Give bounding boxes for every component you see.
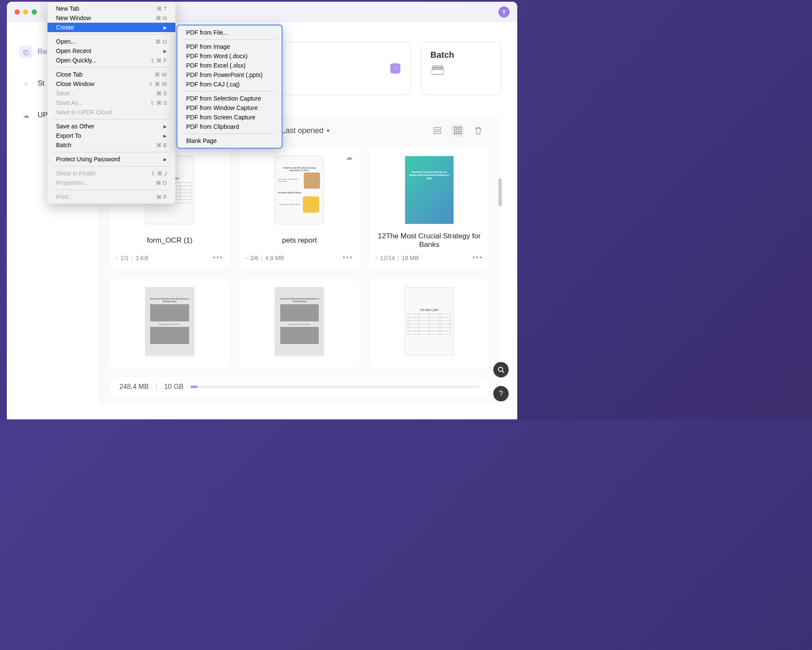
menu-item-protect-using-password[interactable]: Protect Using Password▶ [47, 154, 175, 164]
menu-item-create[interactable]: Create▶ [47, 23, 175, 32]
view-grid-button[interactable] [451, 124, 464, 137]
search-fab[interactable] [493, 362, 509, 377]
submenu-item-pdf-from-word-docx[interactable]: PDF from Word (.docx) [178, 51, 282, 61]
sidebar-label: Re [38, 47, 47, 56]
menu-item-label: Create [56, 24, 74, 31]
submenu-item-pdf-from-file[interactable]: PDF from File... [178, 28, 282, 37]
submenu-item-pdf-from-clipboard[interactable]: PDF from Clipboard [178, 122, 282, 131]
expand-button[interactable]: › [390, 63, 400, 74]
more-button[interactable]: ••• [213, 253, 223, 262]
batch-card[interactable]: Batch [421, 42, 501, 95]
menu-item-close-window[interactable]: Close Window⇧ ⌘ W [47, 79, 175, 89]
more-button[interactable]: ••• [472, 253, 483, 262]
menu-item-label: PDF from Screen Capture [186, 114, 255, 121]
sort-label-text: Last opened [281, 126, 323, 135]
menu-separator [53, 152, 170, 152]
page-icon: ▫ [376, 255, 377, 261]
more-button[interactable]: ••• [343, 253, 353, 262]
menu-item-label: PDF from Window Capture [186, 104, 258, 111]
close-window-button[interactable] [15, 9, 20, 15]
help-fab[interactable]: ? [493, 386, 509, 401]
menu-item-export-to[interactable]: Export To▶ [47, 131, 175, 140]
scrollbar-thumb[interactable] [498, 178, 502, 206]
menu-separator [53, 190, 170, 190]
menu-shortcut: ⌘ P [156, 194, 167, 200]
menu-item-label: PDF from File... [186, 29, 228, 36]
user-avatar[interactable]: T [498, 6, 510, 18]
menu-shortcut: ⌘ S [156, 90, 167, 97]
menu-item-new-tab[interactable]: New Tab⌘ T [47, 4, 175, 13]
menu-item-open[interactable]: Open...⌘ O [47, 37, 175, 46]
chevron-right-icon: ▶ [163, 25, 167, 30]
batch-title: Batch [430, 50, 491, 60]
menu-shortcut: ⌘ W [154, 71, 167, 78]
submenu-item-pdf-from-excel-xlsx[interactable]: PDF from Excel (.xlsx) [178, 61, 282, 70]
svg-rect-3 [434, 128, 441, 130]
menu-item-label: Print... [56, 193, 73, 200]
file-size: 18 MB [402, 255, 419, 261]
file-thumbnail: Health and Mood-Boosting Benefits of Pet… [246, 153, 353, 227]
menu-item-label: Save as Other [56, 123, 95, 130]
view-list-button[interactable] [431, 124, 444, 137]
menu-item-new-window[interactable]: New Window⌘ N [47, 13, 175, 23]
submenu-item-pdf-from-caj-caj[interactable]: PDF from CAJ (.caj) [178, 80, 282, 89]
file-name: pets report [246, 231, 353, 250]
menu-item-label: New Window [56, 15, 91, 21]
menu-shortcut: ⇧ ⌘ J [151, 170, 167, 177]
menu-item-label: PDF from PowerPoint (.pptx) [186, 71, 263, 78]
file-card[interactable]: The Most Crucial Strategy for Banks and … [370, 147, 489, 268]
menu-shortcut: ⌘ O [155, 39, 167, 45]
chevron-right-icon: ▶ [163, 49, 167, 53]
menu-item-close-tab[interactable]: Close Tab⌘ W [47, 70, 175, 79]
menu-item-open-recent[interactable]: Open Recent▶ [47, 46, 175, 56]
menu-shortcut: ⌘ N [156, 15, 167, 21]
menu-item-label: PDF from Excel (.xlsx) [186, 62, 246, 69]
file-name: 12The Most Crucial Strategy for Banks [376, 231, 483, 250]
file-size: 4,8 MB [265, 255, 284, 261]
svg-rect-6 [459, 127, 461, 130]
submenu-item-pdf-from-screen-capture[interactable]: PDF from Screen Capture [178, 113, 282, 122]
menu-separator [53, 34, 170, 35]
file-thumbnail: TO DO LIST [376, 285, 483, 358]
sidebar-label: St [38, 79, 44, 88]
file-card[interactable]: Improve Working Productivity in Using Ap… [240, 279, 359, 368]
submenu-item-blank-page[interactable]: Blank Page [178, 136, 282, 145]
trash-button[interactable] [472, 124, 485, 137]
chevron-right-icon: ▶ [163, 134, 167, 138]
file-menu[interactable]: New Tab⌘ TNew Window⌘ NCreate▶Open...⌘ O… [47, 2, 175, 204]
menu-separator [183, 134, 276, 134]
file-thumbnail: Improve Working Productivity in Using Ap… [246, 285, 353, 358]
traffic-lights [15, 9, 37, 15]
file-card[interactable]: ☁Health and Mood-Boosting Benefits of Pe… [240, 147, 359, 268]
submenu-item-pdf-from-powerpoint-pptx[interactable]: PDF from PowerPoint (.pptx) [178, 70, 282, 80]
minimize-window-button[interactable] [23, 9, 28, 15]
menu-item-label: Blank Page [186, 137, 217, 144]
maximize-window-button[interactable] [32, 9, 37, 15]
menu-separator [183, 91, 276, 92]
menu-item-label: Save As... [56, 99, 83, 106]
submenu-item-pdf-from-selection-capture[interactable]: PDF from Selection Capture [178, 94, 282, 103]
svg-line-10 [502, 371, 504, 373]
menu-item-print: Print...⌘ P [47, 192, 175, 202]
sidebar-label: UP [38, 111, 48, 119]
submenu-item-pdf-from-window-capture[interactable]: PDF from Window Capture [178, 103, 282, 113]
menu-item-open-quickly[interactable]: Open Quickly...⇧ ⌘ F [47, 56, 175, 65]
create-submenu[interactable]: PDF from File...PDF from ImagePDF from W… [176, 24, 283, 149]
cloud-icon: ☁ [20, 109, 33, 122]
storage-bar: 248,4 MB | 10 GB [110, 377, 489, 397]
sort-dropdown[interactable]: Last opened ▼ [281, 126, 330, 135]
file-card[interactable]: TO DO LIST [370, 279, 489, 368]
submenu-item-pdf-from-image[interactable]: PDF from Image [178, 42, 282, 51]
menu-shortcut: ⇧ ⌘ S [150, 100, 167, 106]
menu-item-label: PDF from Clipboard [186, 123, 239, 130]
menu-item-save-as-other[interactable]: Save as Other▶ [47, 122, 175, 131]
menu-item-save-to-updf-cloud: Save to UPDF Cloud [47, 107, 175, 117]
menu-item-label: PDF from CAJ (.caj) [186, 81, 240, 88]
file-card[interactable]: Improve Working Productivity in Using Ap… [110, 279, 229, 368]
file-size: 3 KB [135, 255, 148, 261]
menu-item-properties: Properties...⌘ D [47, 178, 175, 187]
menu-item-batch[interactable]: Batch⌘ B [47, 140, 175, 150]
menu-item-label: Properties... [56, 179, 88, 186]
menu-item-label: Show in Finder [56, 170, 96, 177]
chevron-down-icon: ▼ [326, 128, 330, 133]
